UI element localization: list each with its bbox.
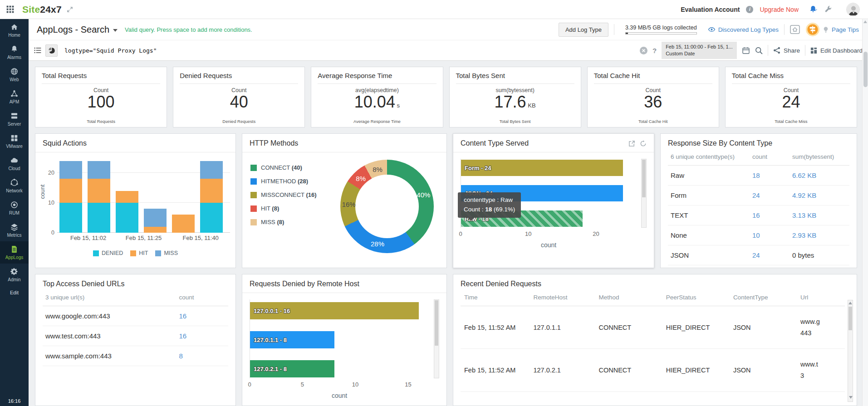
page-title-dropdown[interactable]: AppLogs - Search xyxy=(37,24,118,35)
sidebar-item-network[interactable]: Network xyxy=(0,175,29,197)
sidebar-item-admin[interactable]: Admin xyxy=(0,264,29,286)
clear-query-icon[interactable] xyxy=(640,47,647,54)
sidebar-item-rum[interactable]: RUM xyxy=(0,197,29,219)
cell-link[interactable]: 2.93 KB xyxy=(790,225,849,245)
table-row[interactable]: Feb 15, 11:52 AM127.0.2.1CONNECTHIER_DIR… xyxy=(461,349,845,391)
user-avatar[interactable] xyxy=(846,3,860,16)
table-row[interactable]: TEXT163.13 KB xyxy=(668,205,849,225)
table-row[interactable]: Raw186.62 KB xyxy=(668,166,849,186)
sidebar-item-alarms[interactable]: Alarms xyxy=(0,41,29,64)
sidebar-item-label: APM xyxy=(10,99,20,104)
legend-item-denied[interactable]: DENIED xyxy=(93,250,123,256)
page-scrollbar[interactable] xyxy=(862,19,868,406)
notifications-bell-icon[interactable] xyxy=(809,5,818,14)
table-row[interactable]: www.sample.com:4438 xyxy=(43,346,228,366)
upgrade-now-link[interactable]: Upgrade Now xyxy=(760,6,799,13)
info-icon[interactable]: i xyxy=(746,6,753,13)
donut-hole xyxy=(355,175,419,238)
stacked-bar[interactable] xyxy=(200,161,223,233)
date-range-picker[interactable]: Feb 15, 11:00:00 - Feb 15, 1... Custom D… xyxy=(662,42,737,59)
scroll-down-arrow[interactable] xyxy=(849,396,853,399)
cell-link[interactable]: 16 xyxy=(176,306,228,326)
stat-card: Total Cache HitCount36Total Cache Hit xyxy=(587,67,719,127)
chart-scrollbar[interactable] xyxy=(641,159,647,228)
hbar-1[interactable]: 127.0.0.1 - 16 xyxy=(250,302,419,319)
sidebar-item-server[interactable]: Server xyxy=(0,108,29,130)
table-row[interactable]: None102.93 KB xyxy=(668,225,849,245)
cell-link[interactable]: 10 xyxy=(750,225,790,245)
discovered-log-types-link[interactable]: Discovered Log Types xyxy=(708,26,779,33)
cell: www.google.com:443 xyxy=(43,306,176,326)
table-row[interactable]: www.test.com:44316 xyxy=(43,326,228,346)
cell-link[interactable]: 16 xyxy=(750,205,790,225)
tools-wrench-icon[interactable] xyxy=(824,5,833,14)
legend-item-miss[interactable]: MISS xyxy=(155,250,178,256)
edit-dashboard-button[interactable]: Edit Dashboard xyxy=(810,47,863,54)
legend-item-connect[interactable]: CONNECT (40) xyxy=(250,164,332,171)
squid-actions-chart[interactable]: count01020 xyxy=(38,158,230,233)
chart-view-pie-icon[interactable] xyxy=(45,44,58,57)
table-row[interactable]: Feb 15, 11:52 AM127.0.3.1CONNECTHIER_DIR… xyxy=(461,391,845,406)
bar-segment-miss xyxy=(144,209,167,227)
sidebar-item-apm[interactable]: APM xyxy=(0,86,29,108)
table-row[interactable]: Form244.92 KB xyxy=(668,186,849,205)
stacked-bar[interactable] xyxy=(88,161,110,233)
dashboard-icon xyxy=(810,47,817,54)
hbar-1[interactable]: Form - 24 xyxy=(461,160,623,176)
query-help-icon[interactable]: ? xyxy=(652,47,657,54)
app-launcher-icon[interactable] xyxy=(6,5,14,13)
sidebar-item-label: Web xyxy=(10,77,19,82)
legend-item-hitmethod[interactable]: HITMETHOD (28) xyxy=(250,178,332,185)
cell-link[interactable]: 6.62 KB xyxy=(790,166,849,186)
table-row[interactable]: JSON240 bytes xyxy=(668,245,849,265)
add-log-type-button[interactable]: Add Log Type xyxy=(559,23,608,37)
share-button[interactable]: Share xyxy=(773,47,800,54)
legend-item-missconnect[interactable]: MISSCONNECT (16) xyxy=(250,191,332,198)
sidebar-item-web[interactable]: Web xyxy=(0,64,29,86)
donut-percentage-label: 28% xyxy=(371,240,384,247)
hbar-3[interactable]: 127.0.2.1 - 8 xyxy=(250,360,334,377)
legend-item-hit[interactable]: HIT (8) xyxy=(250,205,332,212)
chart-scrollbar[interactable] xyxy=(434,299,439,378)
scroll-up-arrow[interactable] xyxy=(848,302,852,304)
search-icon[interactable] xyxy=(755,47,763,54)
sidebar-item-edit[interactable]: Edit xyxy=(0,286,29,299)
cell-link[interactable]: 18 xyxy=(750,166,790,186)
cell-link[interactable]: 8 xyxy=(176,346,228,366)
hbar-2[interactable]: 127.0.1.1 - 8 xyxy=(250,331,334,348)
stacked-bar[interactable] xyxy=(59,161,82,233)
open-in-new-icon[interactable] xyxy=(628,140,635,147)
sidebar-item-cloud[interactable]: Cloud xyxy=(0,152,29,175)
table-row[interactable]: www.google.com:44316 xyxy=(43,306,228,326)
stacked-bar[interactable] xyxy=(116,191,138,233)
sidebar-item-applogs[interactable]: AppLogs xyxy=(0,241,29,264)
cell-link[interactable]: 16 xyxy=(176,326,228,346)
fullscreen-icon[interactable] xyxy=(66,6,74,13)
table-row[interactable]: Feb 15, 11:52 AM127.0.1.1CONNECTHIER_DIR… xyxy=(461,306,845,349)
site24x7-logo[interactable]: Site24x7 xyxy=(22,4,62,15)
stacked-bar[interactable] xyxy=(172,215,195,233)
cell-link[interactable]: 24 xyxy=(750,186,790,205)
http-methods-donut-chart[interactable]: 40%28%16%8%8% xyxy=(340,160,434,253)
cell-link[interactable]: 24 xyxy=(750,245,790,265)
panel-recent-denied-requests: Recent Denied Requests TimeRemoteHostMet… xyxy=(453,274,857,406)
refresh-icon[interactable] xyxy=(640,140,647,147)
cell-link[interactable]: 3.13 KB xyxy=(790,205,849,225)
scrollbar-thumb[interactable] xyxy=(863,52,868,87)
sidebar-item-home[interactable]: Home xyxy=(0,19,29,41)
cell-link[interactable]: 4.92 KB xyxy=(790,186,849,205)
calendar-icon[interactable] xyxy=(742,47,750,54)
sidebar-item-metrics[interactable]: Metrics xyxy=(0,219,29,241)
remote-host-bars[interactable]: 127.0.0.1 - 16127.0.1.1 - 8127.0.2.1 - 8 xyxy=(250,299,429,378)
sidebar-item-vmware[interactable]: VMware xyxy=(0,130,29,152)
saved-searches-list-icon[interactable] xyxy=(34,47,41,54)
stacked-bar[interactable] xyxy=(144,209,167,233)
page-tips-link[interactable]: Page Tips xyxy=(805,22,859,37)
chart-tooltip: contenttype : Raw Count : 18 (69.1%) xyxy=(458,192,521,218)
query-input[interactable]: logtype="Squid Proxy Logs" xyxy=(64,47,157,54)
legend-item-hit[interactable]: HIT xyxy=(130,250,148,256)
home-dashboard-icon[interactable] xyxy=(790,25,800,34)
table-scrollbar[interactable] xyxy=(848,300,853,402)
bar-segment-miss xyxy=(88,161,110,179)
legend-item-miss[interactable]: MISS (8) xyxy=(250,219,332,225)
